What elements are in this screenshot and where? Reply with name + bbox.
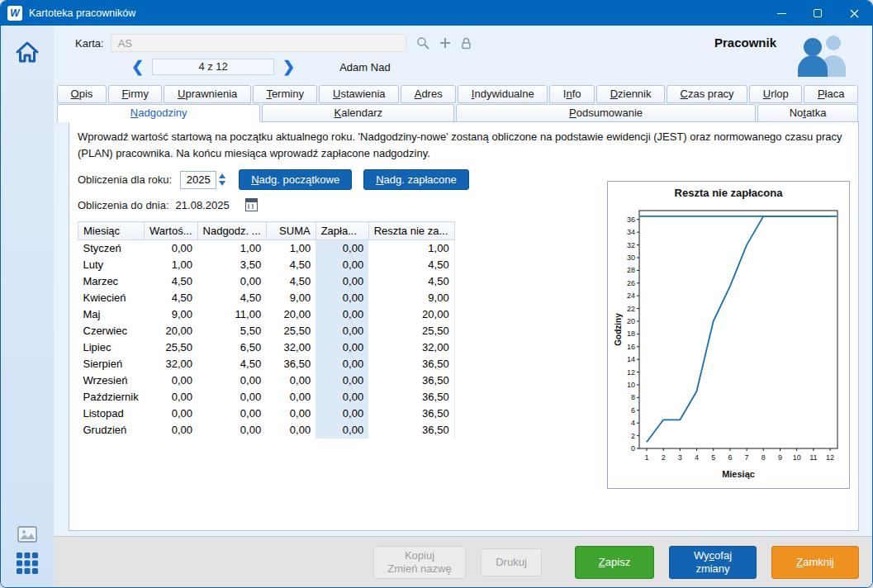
tab-firmy[interactable]: Firmy <box>108 85 163 103</box>
close-icon <box>850 9 859 18</box>
maximize-icon <box>814 9 822 17</box>
save-button[interactable]: Zapisz <box>575 546 654 579</box>
overtime-table: MiesiącWartoś...Nadgodz. ...SUMAZapła...… <box>78 221 455 439</box>
table-row[interactable]: Listopad0,000,000,000,0036,50 <box>78 405 455 422</box>
column-header[interactable]: Reszta nie za... <box>368 222 454 240</box>
tab-indywidualne[interactable]: Indywidualne <box>458 85 548 103</box>
table-row[interactable]: Marzec4,500,004,500,004,50 <box>78 273 455 290</box>
add-button[interactable] <box>439 37 451 49</box>
svg-text:4: 4 <box>631 419 635 427</box>
svg-text:10: 10 <box>627 381 635 389</box>
tab-urlop[interactable]: Urlop <box>749 85 802 103</box>
table-row[interactable]: Grudzień0,000,000,000,0036,50 <box>78 422 455 439</box>
employees-icon <box>795 32 854 77</box>
apps-grid-button[interactable] <box>17 552 38 574</box>
lock-button[interactable] <box>461 37 472 50</box>
year-down-button[interactable] <box>219 181 225 186</box>
svg-text:3: 3 <box>678 453 682 462</box>
description-text: Wprowadź wartość startową na początku ak… <box>78 129 850 161</box>
svg-text:Miesiąc: Miesiąc <box>722 469 755 479</box>
table-row[interactable]: Wrzesień0,000,000,000,0036,50 <box>78 372 455 389</box>
home-button[interactable] <box>15 40 40 64</box>
tab-nadgodziny[interactable]: Nadgodziny <box>57 104 260 122</box>
role-title: Pracownik <box>714 36 776 50</box>
tab-adres[interactable]: Adres <box>401 85 456 103</box>
close-button[interactable]: Zamknij <box>771 546 859 579</box>
svg-text:2: 2 <box>662 453 666 462</box>
svg-text:28: 28 <box>627 266 635 274</box>
year-input[interactable] <box>180 171 216 189</box>
year-up-button[interactable] <box>219 173 225 178</box>
svg-text:9: 9 <box>778 453 782 462</box>
svg-text:12: 12 <box>627 368 635 377</box>
topbar: Karta: <box>54 26 872 78</box>
footer-bar: KopiujZmień nazwęDrukujZapiszWycofajzmia… <box>54 536 872 587</box>
svg-text:20: 20 <box>627 317 635 325</box>
column-header[interactable]: Zapła... <box>316 222 368 240</box>
table-row[interactable]: Sierpień32,004,5036,500,0036,50 <box>78 356 455 372</box>
paid-overtime-button[interactable]: Nadg. zapłacone <box>363 169 469 190</box>
close-button[interactable] <box>836 1 872 26</box>
table-row[interactable]: Kwiecień4,504,509,000,009,00 <box>78 290 455 306</box>
tab-notatka[interactable]: Notatka <box>757 104 858 122</box>
karta-label: Karta: <box>75 37 104 50</box>
svg-text:6: 6 <box>631 406 635 415</box>
initial-overtime-button[interactable]: Nadg. początkowe <box>239 169 352 190</box>
search-button[interactable] <box>416 36 429 50</box>
picture-button[interactable] <box>17 526 37 543</box>
column-header[interactable]: SUMA <box>266 222 316 240</box>
year-label: Obliczenia dla roku: <box>78 173 172 186</box>
svg-text:34: 34 <box>627 228 635 236</box>
record-counter: 4 z 12 <box>152 59 274 75</box>
table-row[interactable]: Czerwiec20,005,5025,500,0025,50 <box>78 323 455 339</box>
main-area: Karta: <box>54 26 872 587</box>
calendar-button[interactable] <box>245 198 258 211</box>
copy-rename-button: KopiujZmień nazwę <box>373 546 466 579</box>
table-row[interactable]: Lipiec25,506,5032,000,0032,00 <box>78 339 455 356</box>
lock-icon <box>461 37 472 50</box>
svg-text:4: 4 <box>695 453 699 462</box>
minimize-button[interactable] <box>763 1 799 26</box>
svg-text:36: 36 <box>627 216 635 224</box>
content-panel: Wprowadź wartość startową na początku ak… <box>69 121 859 531</box>
year-spinner <box>180 171 225 189</box>
tab-dziennik[interactable]: Dziennik <box>596 85 665 103</box>
grid-icon <box>17 552 38 574</box>
table-row[interactable]: Styczeń0,001,001,000,001,00 <box>78 240 455 258</box>
svg-text:2: 2 <box>631 432 635 440</box>
svg-text:1: 1 <box>644 453 648 462</box>
app-window: Kartoteka pracowników <box>0 0 873 588</box>
table-row[interactable]: Październik0,000,000,000,0036,50 <box>78 389 455 405</box>
svg-text:5: 5 <box>711 453 715 462</box>
table-row[interactable]: Maj9,0011,0020,000,0020,00 <box>78 306 455 323</box>
next-record-button[interactable]: ❯ <box>282 59 295 74</box>
svg-text:22: 22 <box>627 305 635 313</box>
tab-placa[interactable]: Płaca <box>804 85 858 103</box>
tab-kalendarz[interactable]: Kalendarz <box>262 104 454 122</box>
table-row[interactable]: Luty1,003,504,500,004,50 <box>78 257 455 273</box>
tab-terminy[interactable]: Terminy <box>253 85 318 103</box>
date-label: Obliczenia do dnia: <box>78 199 169 211</box>
column-header[interactable]: Wartoś... <box>145 222 198 240</box>
tab-ustawienia[interactable]: Ustawienia <box>319 85 399 103</box>
maximize-button[interactable] <box>799 1 836 26</box>
column-header[interactable]: Miesiąc <box>78 222 145 240</box>
undo-changes-button[interactable]: Wycofajzmiany <box>669 546 757 579</box>
svg-text:Godziny: Godziny <box>614 313 623 346</box>
table-body: Styczeń0,001,001,000,001,00Luty1,003,504… <box>78 240 455 439</box>
svg-text:32: 32 <box>627 241 635 249</box>
column-header[interactable]: Nadgodz. ... <box>197 222 266 240</box>
tab-opis[interactable]: Opis <box>57 85 107 103</box>
svg-text:11: 11 <box>809 453 817 462</box>
tab-uprawnienia[interactable]: Uprawnienia <box>164 85 250 103</box>
date-input[interactable] <box>176 199 239 211</box>
tab-czas-pracy[interactable]: Czas pracy <box>667 85 747 103</box>
prev-record-button[interactable]: ❮ <box>131 59 144 74</box>
svg-text:24: 24 <box>627 292 635 300</box>
tab-info[interactable]: Info <box>549 85 595 103</box>
table-header-row: MiesiącWartoś...Nadgodz. ...SUMAZapła...… <box>78 222 455 240</box>
app-icon <box>7 6 22 21</box>
tab-podsumowanie[interactable]: Podsumowanie <box>456 104 756 122</box>
karta-input[interactable] <box>111 34 406 52</box>
minimize-icon <box>777 13 786 14</box>
